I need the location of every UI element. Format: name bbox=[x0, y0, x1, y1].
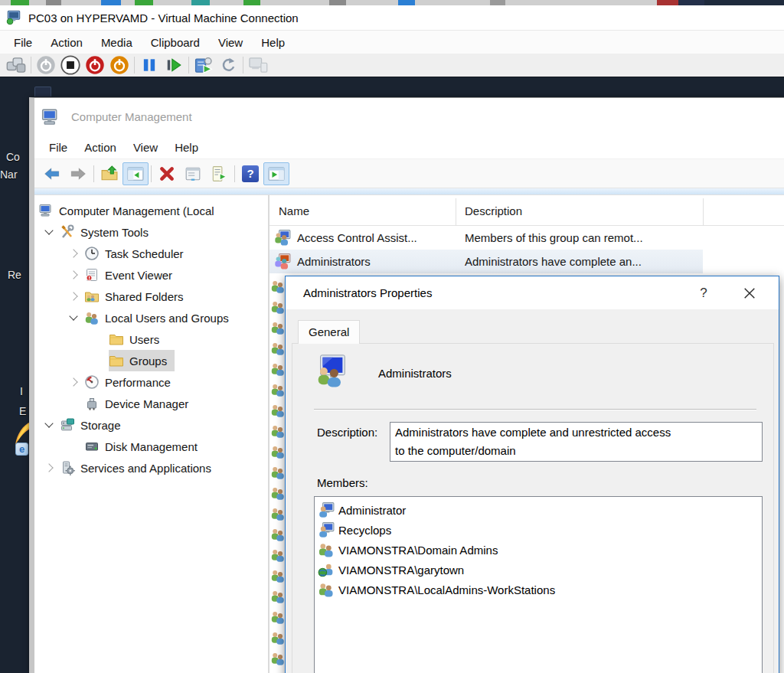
group-icon bbox=[270, 382, 286, 397]
group-icon bbox=[270, 320, 286, 335]
vm-window-title: PC03 on HYPERVAMD - Virtual Machine Conn… bbox=[28, 11, 299, 25]
tree-item-label: Task Scheduler bbox=[105, 247, 184, 260]
tree-item-device-manager[interactable]: Device Manager bbox=[34, 393, 268, 414]
tree-item-event-viewer[interactable]: Event Viewer bbox=[34, 264, 268, 286]
column-separator[interactable] bbox=[456, 198, 456, 226]
column-header-name[interactable]: Name bbox=[279, 204, 309, 217]
stop-button[interactable] bbox=[58, 55, 83, 76]
vm-menubar: File Action Media Clipboard View Help bbox=[0, 31, 784, 54]
show-console-tree-button[interactable] bbox=[122, 162, 149, 185]
action-pane-icon bbox=[268, 165, 285, 182]
members-listbox[interactable]: Administrator Recyclops VIAMONSTRA\Domai… bbox=[314, 496, 763, 673]
member-row-administrator[interactable]: Administrator bbox=[315, 500, 762, 520]
cm-window-title: Computer Management bbox=[71, 110, 192, 123]
tree-item-storage[interactable]: Storage bbox=[34, 414, 268, 436]
up-one-level-button[interactable] bbox=[96, 162, 122, 185]
revert-button[interactable] bbox=[216, 55, 240, 76]
vm-menu-action[interactable]: Action bbox=[41, 33, 92, 52]
up-folder-icon bbox=[101, 165, 118, 182]
tree-item-label: Storage bbox=[80, 419, 121, 432]
tree-item-services-and-applications[interactable]: Services and Applications bbox=[34, 457, 268, 479]
group-icon bbox=[270, 361, 286, 377]
vm-menu-clipboard[interactable]: Clipboard bbox=[142, 33, 209, 52]
dialog-close-button[interactable] bbox=[720, 276, 779, 309]
properties-button[interactable] bbox=[180, 162, 206, 185]
group-icon bbox=[270, 403, 286, 418]
tree-item-users[interactable]: Users bbox=[34, 328, 268, 350]
keyboard-icon bbox=[6, 55, 26, 75]
list-row-access-control-assistance[interactable]: Access Control Assist... Members of this… bbox=[270, 226, 784, 250]
list-row-administrators[interactable]: Administrators Administrators have compl… bbox=[270, 250, 703, 273]
back-button[interactable] bbox=[39, 162, 65, 185]
dialog-help-button[interactable]: ? bbox=[687, 286, 720, 301]
user-with-pc-icon bbox=[318, 521, 335, 538]
show-action-pane-button[interactable] bbox=[263, 162, 289, 185]
group-icon bbox=[270, 423, 286, 439]
tree-item-computer-management[interactable]: Computer Management (Local bbox=[34, 200, 268, 221]
enhanced-session-button[interactable] bbox=[246, 55, 270, 76]
delete-button[interactable] bbox=[154, 162, 180, 185]
task-scheduler-icon bbox=[84, 246, 100, 261]
chevron-placeholder bbox=[92, 354, 104, 367]
help-button[interactable]: ? bbox=[237, 162, 263, 185]
member-name: Administrator bbox=[338, 504, 406, 517]
turn-off-button[interactable] bbox=[83, 55, 107, 76]
vm-toolbar bbox=[0, 54, 784, 77]
group-icon bbox=[270, 589, 286, 604]
chevron-right-icon[interactable] bbox=[67, 269, 80, 281]
ctrl-alt-del-button[interactable] bbox=[4, 55, 28, 76]
internet-explorer-icon[interactable]: e bbox=[15, 443, 28, 456]
cm-menu-file[interactable]: File bbox=[41, 139, 76, 156]
export-list-button[interactable] bbox=[206, 162, 232, 185]
forward-button[interactable] bbox=[65, 162, 91, 185]
stop-icon bbox=[60, 55, 80, 75]
column-separator[interactable] bbox=[703, 198, 704, 226]
chevron-right-icon[interactable] bbox=[67, 376, 80, 388]
shut-down-button[interactable] bbox=[107, 55, 132, 76]
chevron-right-icon[interactable] bbox=[67, 247, 80, 260]
group-icon bbox=[270, 568, 286, 583]
group-icon bbox=[270, 279, 286, 294]
tree-item-groups[interactable]: Groups bbox=[34, 350, 268, 371]
cm-menu-help[interactable]: Help bbox=[166, 139, 207, 156]
tree-item-task-scheduler[interactable]: Task Scheduler bbox=[34, 243, 268, 264]
tree-item-performance[interactable]: Performance bbox=[34, 371, 268, 393]
tree-item-system-tools[interactable]: System Tools bbox=[34, 221, 268, 243]
member-row-recyclops[interactable]: Recyclops bbox=[315, 520, 762, 540]
console-tree-icon bbox=[127, 165, 144, 182]
revert-icon bbox=[220, 57, 237, 74]
toolbar-separator bbox=[188, 57, 189, 74]
member-name: VIAMONSTRA\Domain Admins bbox=[338, 544, 498, 557]
description-input[interactable]: Administrators have complete and unrestr… bbox=[390, 422, 763, 462]
cm-menu-view[interactable]: View bbox=[125, 139, 166, 156]
chevron-down-icon[interactable] bbox=[43, 226, 55, 238]
vm-menu-media[interactable]: Media bbox=[92, 33, 142, 52]
computer-icon bbox=[38, 203, 54, 218]
vm-menu-file[interactable]: File bbox=[5, 33, 41, 52]
tree-item-disk-management[interactable]: Disk Management bbox=[34, 436, 268, 457]
tab-general[interactable]: General bbox=[298, 320, 360, 344]
tree-item-local-users-and-groups[interactable]: Local Users and Groups bbox=[34, 307, 268, 328]
chevron-down-icon[interactable] bbox=[43, 419, 55, 431]
start-button[interactable] bbox=[34, 55, 58, 76]
chevron-down-icon[interactable] bbox=[67, 312, 80, 324]
chevron-right-icon[interactable] bbox=[43, 462, 55, 474]
vm-menu-view[interactable]: View bbox=[209, 33, 252, 52]
member-row-garytown[interactable]: VIAMONSTRA\garytown bbox=[315, 560, 762, 580]
pause-button[interactable] bbox=[137, 55, 162, 76]
column-header-description[interactable]: Description bbox=[465, 204, 522, 217]
group-icon bbox=[270, 609, 286, 625]
vm-menu-help[interactable]: Help bbox=[252, 33, 294, 52]
tree-item-label: Device Manager bbox=[105, 397, 188, 410]
groups-folder-icon bbox=[109, 353, 124, 368]
desktop-text-fragment: Re bbox=[8, 269, 21, 281]
list-header: Name Description bbox=[270, 195, 784, 226]
member-row-localadmins-workstations[interactable]: VIAMONSTRA\LocalAdmins-WorkStations bbox=[315, 580, 762, 599]
tree-item-shared-folders[interactable]: Shared Folders bbox=[34, 286, 268, 307]
tree-item-label: Event Viewer bbox=[105, 269, 172, 282]
member-row-domain-admins[interactable]: VIAMONSTRA\Domain Admins bbox=[315, 540, 762, 560]
cm-menu-action[interactable]: Action bbox=[76, 139, 125, 156]
chevron-right-icon[interactable] bbox=[67, 290, 80, 302]
resume-button[interactable] bbox=[162, 55, 186, 76]
checkpoint-button[interactable] bbox=[191, 55, 216, 76]
